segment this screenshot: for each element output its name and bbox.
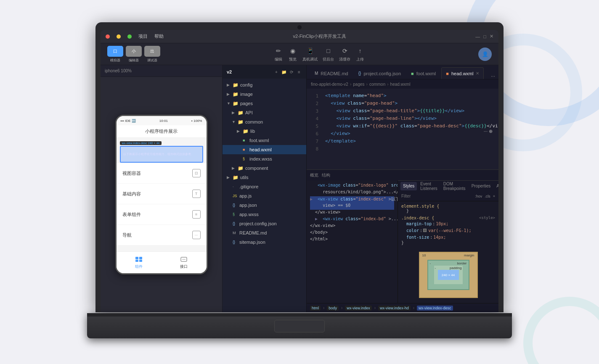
tree-file-foot-wxml[interactable]: ▶ ■ foot.wxml <box>223 136 306 145</box>
box-model-container: margin 10 border - padding <box>398 247 498 303</box>
color-swatch <box>423 229 427 232</box>
tab-properties[interactable]: Properties <box>469 182 493 190</box>
head-wxml-tab-close[interactable]: ✕ <box>476 71 479 76</box>
tab-event-listeners[interactable]: Event Listeners <box>418 182 440 190</box>
tab-dom-breakpoints[interactable]: DOM Breakpoints <box>441 182 468 190</box>
tree-folder-common[interactable]: ▼ 📁 common <box>223 117 306 127</box>
title-bar-right: — □ ✕ <box>475 34 493 39</box>
phone-nav-api[interactable]: 接口 <box>162 256 207 269</box>
code-content[interactable]: <template name="head"> <view class="page… <box>322 89 498 169</box>
box-margin-value: 10 <box>422 253 426 257</box>
tree-file-gitignore[interactable]: ▶ · .gitignore <box>223 182 306 191</box>
html-tree[interactable]: <wx-image class="index-logo" src="../res… <box>307 180 398 303</box>
inspector-node-bar: html › body › wx-view.index › wx-view.in… <box>307 303 498 312</box>
tab-readme[interactable]: M README.md <box>310 67 353 79</box>
filetree-collapse-btn[interactable]: ≡ <box>296 69 302 75</box>
list-item-views[interactable]: 视图容器 ⊡ <box>117 163 207 183</box>
tab-accessibility[interactable]: Accessibility <box>494 182 498 190</box>
breadcrumb: fino-applet-demo-v2 › pages › common › h… <box>307 79 498 89</box>
window-close[interactable]: ✕ <box>490 34 493 39</box>
file-projectconfig-icon: {} <box>233 222 238 226</box>
tab-foot-wxml[interactable]: ■ foot.wxml <box>406 67 440 79</box>
tabs-more-btn[interactable]: ··· <box>491 73 495 79</box>
styles-filter-cls[interactable]: .cls <box>485 194 490 198</box>
file-readme-icon: M <box>233 231 238 235</box>
toolbar-preview[interactable]: ◉ 预览 <box>288 46 297 62</box>
window-max-btn[interactable] <box>127 34 132 39</box>
menu-help[interactable]: 帮助 <box>154 33 164 40</box>
tree-folder-lib[interactable]: ▶ 📁 lib <box>223 127 306 136</box>
node-sep-3: › <box>374 306 376 310</box>
node-tag-wx-view-index[interactable]: wx-view.index <box>345 306 372 311</box>
folder-component-icon: 📁 <box>238 166 244 171</box>
window-close-btn[interactable] <box>106 34 110 39</box>
list-item-nav[interactable]: 导航 ··· <box>117 225 207 245</box>
toolbar-upload[interactable]: ↑ 上传 <box>355 46 365 62</box>
list-item-forms[interactable]: 表单组件 ≡ <box>117 204 207 224</box>
list-item-content[interactable]: 基础内容 T <box>117 184 207 204</box>
menu-project[interactable]: 项目 <box>138 33 148 40</box>
toolbar-background[interactable]: □ 切后台 <box>323 46 334 62</box>
toolbar-clear-cache[interactable]: ⟳ 清缓存 <box>339 46 350 62</box>
readme-tab-icon: M <box>315 71 318 76</box>
box-margin-label: margin <box>464 253 474 257</box>
tree-folder-pages[interactable]: ▼ 📁 pages <box>223 99 306 108</box>
tree-file-sitemap[interactable]: ▶ {} sitemap.json <box>223 237 306 247</box>
code-line-3: <view class="page-head-title">{{title}}<… <box>322 107 498 115</box>
code-line-5: <view wx:if="{{desc}}" class="page-head-… <box>322 122 498 130</box>
box-border-value: - <box>430 261 431 265</box>
inspector-panel: 概览 结构 <wx-image class="index-logo" <box>307 169 498 312</box>
tree-file-head-wxml[interactable]: ▶ ■ head.wxml <box>223 145 306 154</box>
tree-arrow-config: ▶ <box>227 83 231 87</box>
node-tag-wx-view-hd[interactable]: wx-view.index-hd <box>378 306 411 311</box>
window-min-btn[interactable] <box>117 34 121 39</box>
node-tag-wx-view-desc[interactable]: wx-view.index-desc <box>417 306 453 311</box>
toolbar-device-debug[interactable]: 📱 真机调试 <box>302 46 318 62</box>
debugger-btn[interactable]: 出 <box>144 46 160 57</box>
line-num-5: 5 <box>307 122 322 130</box>
tab-projectconfig[interactable]: {} project.config.json <box>354 67 406 79</box>
list-item-content-label: 基础内容 <box>122 191 141 197</box>
node-tag-html[interactable]: html <box>310 306 321 311</box>
toolbar-compile[interactable]: ✏ 编辑 <box>274 46 283 62</box>
tree-file-readme[interactable]: ▶ M README.md <box>223 228 306 237</box>
window-minimize[interactable]: — <box>475 34 480 39</box>
styles-filter-hov[interactable]: :hov <box>475 194 482 198</box>
main-area: iphone6 100% ▪▪▪ IDE 🔤 10:01 ▪ 100% <box>101 65 498 312</box>
file-gitignore-icon: · <box>233 185 238 189</box>
simulator-btn[interactable]: 口 <box>107 46 123 57</box>
folder-lib-label: lib <box>250 129 255 134</box>
styles-filter-input[interactable] <box>401 194 472 198</box>
user-avatar[interactable]: 👤 <box>478 47 492 61</box>
box-content-value: 240 × 44 <box>442 273 455 277</box>
tree-folder-utils[interactable]: ▶ 📁 utils <box>223 173 306 182</box>
tree-folder-image[interactable]: ▶ 📁 image <box>223 90 306 99</box>
node-tag-body[interactable]: body <box>327 306 339 311</box>
tree-file-appjs[interactable]: ▶ JS app.js <box>223 191 306 200</box>
code-editor-area: 1 2 3 4 5 6 7 8 <templa <box>307 89 498 312</box>
tree-file-projectconfig[interactable]: ▶ {} project.config.json <box>223 219 306 228</box>
tree-file-index-wxss[interactable]: ▶ § index.wxss <box>223 154 306 164</box>
tab-styles[interactable]: Styles <box>400 182 417 190</box>
tree-folder-config[interactable]: ▶ 📁 config <box>223 80 306 90</box>
tree-folder-api[interactable]: ▶ 📁 API <box>223 108 306 117</box>
tree-file-appwxss[interactable]: ▶ § app.wxss <box>223 210 306 219</box>
phone-nav-components[interactable]: 组件 <box>117 256 162 269</box>
window-restore[interactable]: □ <box>483 34 486 39</box>
title-bar: 项目 帮助 v2-FinClip小程序开发工具 — □ ✕ <box>101 30 498 43</box>
filetree-new-file-btn[interactable]: + <box>273 69 279 75</box>
tab-head-wxml[interactable]: ■ head.wxml ✕ <box>441 67 484 79</box>
filetree-refresh-btn[interactable]: ⟳ <box>289 69 294 75</box>
phone-mockup: ▪▪▪ IDE 🔤 10:01 ▪ 100% 小程序组件展示 ··· ⊕ <box>115 115 208 274</box>
tree-arrow-image: ▶ <box>227 92 231 96</box>
style-prop-font-size: font-size : 14px; <box>401 234 495 240</box>
styles-filter-plus[interactable]: + <box>493 194 495 198</box>
tree-folder-component[interactable]: ▶ 📁 component <box>223 164 306 173</box>
folder-component-label: component <box>245 166 268 171</box>
tree-arrow-api: ▶ <box>232 111 236 115</box>
editor-btn[interactable]: 小 <box>126 46 142 57</box>
readme-tab-label: README.md <box>321 71 348 76</box>
tree-file-appjson[interactable]: ▶ {} app.json <box>223 200 306 210</box>
preview-label: 预览 <box>289 57 297 62</box>
filetree-new-folder-btn[interactable]: 📁 <box>281 69 287 75</box>
